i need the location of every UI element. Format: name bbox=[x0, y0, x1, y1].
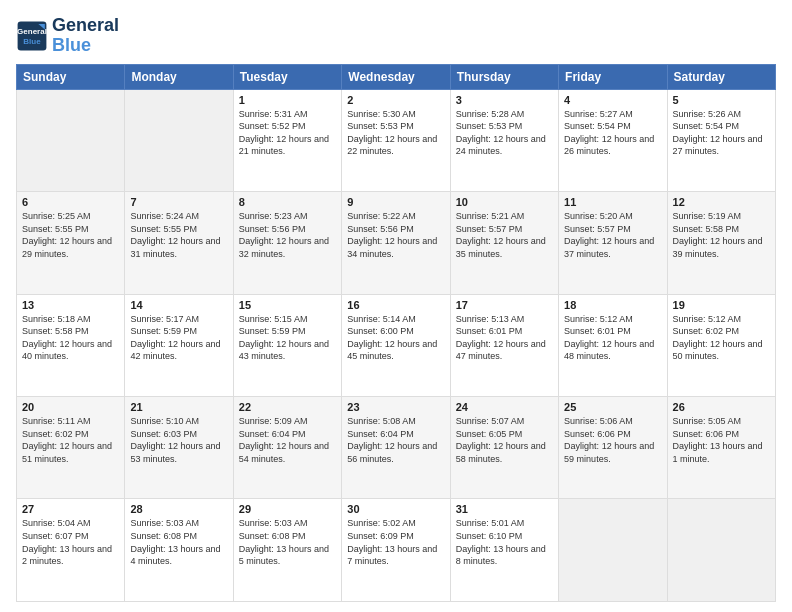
day-info: Sunrise: 5:17 AMSunset: 5:59 PMDaylight:… bbox=[130, 313, 227, 363]
day-number: 5 bbox=[673, 94, 770, 106]
day-number: 14 bbox=[130, 299, 227, 311]
day-info: Sunrise: 5:07 AMSunset: 6:05 PMDaylight:… bbox=[456, 415, 553, 465]
logo: General Blue General Blue bbox=[16, 16, 119, 56]
calendar-day-cell bbox=[667, 499, 775, 602]
calendar-day-cell: 16Sunrise: 5:14 AMSunset: 6:00 PMDayligh… bbox=[342, 294, 450, 396]
weekday-header-cell: Sunday bbox=[17, 64, 125, 89]
day-info: Sunrise: 5:08 AMSunset: 6:04 PMDaylight:… bbox=[347, 415, 444, 465]
day-info: Sunrise: 5:03 AMSunset: 6:08 PMDaylight:… bbox=[130, 517, 227, 567]
day-info: Sunrise: 5:23 AMSunset: 5:56 PMDaylight:… bbox=[239, 210, 336, 260]
day-number: 3 bbox=[456, 94, 553, 106]
day-number: 15 bbox=[239, 299, 336, 311]
day-info: Sunrise: 5:18 AMSunset: 5:58 PMDaylight:… bbox=[22, 313, 119, 363]
calendar-day-cell: 5Sunrise: 5:26 AMSunset: 5:54 PMDaylight… bbox=[667, 89, 775, 191]
day-info: Sunrise: 5:27 AMSunset: 5:54 PMDaylight:… bbox=[564, 108, 661, 158]
calendar-day-cell: 24Sunrise: 5:07 AMSunset: 6:05 PMDayligh… bbox=[450, 397, 558, 499]
calendar-day-cell: 19Sunrise: 5:12 AMSunset: 6:02 PMDayligh… bbox=[667, 294, 775, 396]
weekday-header-cell: Thursday bbox=[450, 64, 558, 89]
calendar-week-row: 20Sunrise: 5:11 AMSunset: 6:02 PMDayligh… bbox=[17, 397, 776, 499]
calendar-table: SundayMondayTuesdayWednesdayThursdayFrid… bbox=[16, 64, 776, 602]
weekday-header-cell: Saturday bbox=[667, 64, 775, 89]
day-info: Sunrise: 5:11 AMSunset: 6:02 PMDaylight:… bbox=[22, 415, 119, 465]
day-number: 13 bbox=[22, 299, 119, 311]
weekday-header-cell: Monday bbox=[125, 64, 233, 89]
calendar-day-cell: 25Sunrise: 5:06 AMSunset: 6:06 PMDayligh… bbox=[559, 397, 667, 499]
calendar-day-cell: 26Sunrise: 5:05 AMSunset: 6:06 PMDayligh… bbox=[667, 397, 775, 499]
day-number: 26 bbox=[673, 401, 770, 413]
day-info: Sunrise: 5:24 AMSunset: 5:55 PMDaylight:… bbox=[130, 210, 227, 260]
day-number: 11 bbox=[564, 196, 661, 208]
calendar-day-cell: 18Sunrise: 5:12 AMSunset: 6:01 PMDayligh… bbox=[559, 294, 667, 396]
calendar-day-cell: 31Sunrise: 5:01 AMSunset: 6:10 PMDayligh… bbox=[450, 499, 558, 602]
day-info: Sunrise: 5:25 AMSunset: 5:55 PMDaylight:… bbox=[22, 210, 119, 260]
calendar-week-row: 27Sunrise: 5:04 AMSunset: 6:07 PMDayligh… bbox=[17, 499, 776, 602]
calendar-day-cell: 28Sunrise: 5:03 AMSunset: 6:08 PMDayligh… bbox=[125, 499, 233, 602]
day-info: Sunrise: 5:21 AMSunset: 5:57 PMDaylight:… bbox=[456, 210, 553, 260]
calendar-day-cell: 13Sunrise: 5:18 AMSunset: 5:58 PMDayligh… bbox=[17, 294, 125, 396]
day-number: 28 bbox=[130, 503, 227, 515]
calendar-day-cell: 27Sunrise: 5:04 AMSunset: 6:07 PMDayligh… bbox=[17, 499, 125, 602]
day-number: 19 bbox=[673, 299, 770, 311]
day-info: Sunrise: 5:13 AMSunset: 6:01 PMDaylight:… bbox=[456, 313, 553, 363]
day-info: Sunrise: 5:09 AMSunset: 6:04 PMDaylight:… bbox=[239, 415, 336, 465]
day-number: 8 bbox=[239, 196, 336, 208]
day-number: 21 bbox=[130, 401, 227, 413]
logo-text: General Blue bbox=[52, 16, 119, 56]
day-info: Sunrise: 5:20 AMSunset: 5:57 PMDaylight:… bbox=[564, 210, 661, 260]
calendar-day-cell: 20Sunrise: 5:11 AMSunset: 6:02 PMDayligh… bbox=[17, 397, 125, 499]
day-info: Sunrise: 5:02 AMSunset: 6:09 PMDaylight:… bbox=[347, 517, 444, 567]
day-number: 23 bbox=[347, 401, 444, 413]
calendar-day-cell: 4Sunrise: 5:27 AMSunset: 5:54 PMDaylight… bbox=[559, 89, 667, 191]
day-info: Sunrise: 5:30 AMSunset: 5:53 PMDaylight:… bbox=[347, 108, 444, 158]
calendar-day-cell: 17Sunrise: 5:13 AMSunset: 6:01 PMDayligh… bbox=[450, 294, 558, 396]
calendar-day-cell: 9Sunrise: 5:22 AMSunset: 5:56 PMDaylight… bbox=[342, 192, 450, 294]
day-info: Sunrise: 5:10 AMSunset: 6:03 PMDaylight:… bbox=[130, 415, 227, 465]
day-number: 4 bbox=[564, 94, 661, 106]
day-number: 31 bbox=[456, 503, 553, 515]
day-number: 9 bbox=[347, 196, 444, 208]
weekday-header-cell: Tuesday bbox=[233, 64, 341, 89]
day-info: Sunrise: 5:14 AMSunset: 6:00 PMDaylight:… bbox=[347, 313, 444, 363]
day-number: 29 bbox=[239, 503, 336, 515]
day-number: 7 bbox=[130, 196, 227, 208]
logo-icon: General Blue bbox=[16, 20, 48, 52]
calendar-day-cell: 30Sunrise: 5:02 AMSunset: 6:09 PMDayligh… bbox=[342, 499, 450, 602]
day-info: Sunrise: 5:03 AMSunset: 6:08 PMDaylight:… bbox=[239, 517, 336, 567]
calendar-day-cell: 15Sunrise: 5:15 AMSunset: 5:59 PMDayligh… bbox=[233, 294, 341, 396]
day-number: 17 bbox=[456, 299, 553, 311]
day-info: Sunrise: 5:05 AMSunset: 6:06 PMDaylight:… bbox=[673, 415, 770, 465]
calendar-day-cell: 11Sunrise: 5:20 AMSunset: 5:57 PMDayligh… bbox=[559, 192, 667, 294]
day-number: 20 bbox=[22, 401, 119, 413]
calendar-body: 1Sunrise: 5:31 AMSunset: 5:52 PMDaylight… bbox=[17, 89, 776, 601]
day-info: Sunrise: 5:26 AMSunset: 5:54 PMDaylight:… bbox=[673, 108, 770, 158]
day-number: 24 bbox=[456, 401, 553, 413]
calendar-week-row: 13Sunrise: 5:18 AMSunset: 5:58 PMDayligh… bbox=[17, 294, 776, 396]
calendar-day-cell: 2Sunrise: 5:30 AMSunset: 5:53 PMDaylight… bbox=[342, 89, 450, 191]
calendar-day-cell bbox=[17, 89, 125, 191]
day-number: 16 bbox=[347, 299, 444, 311]
day-number: 1 bbox=[239, 94, 336, 106]
header: General Blue General Blue bbox=[16, 16, 776, 56]
calendar-day-cell bbox=[559, 499, 667, 602]
calendar-day-cell: 22Sunrise: 5:09 AMSunset: 6:04 PMDayligh… bbox=[233, 397, 341, 499]
svg-text:General: General bbox=[17, 26, 47, 35]
day-number: 6 bbox=[22, 196, 119, 208]
day-number: 2 bbox=[347, 94, 444, 106]
weekday-header-row: SundayMondayTuesdayWednesdayThursdayFrid… bbox=[17, 64, 776, 89]
day-info: Sunrise: 5:31 AMSunset: 5:52 PMDaylight:… bbox=[239, 108, 336, 158]
weekday-header-cell: Wednesday bbox=[342, 64, 450, 89]
day-info: Sunrise: 5:28 AMSunset: 5:53 PMDaylight:… bbox=[456, 108, 553, 158]
calendar-day-cell: 29Sunrise: 5:03 AMSunset: 6:08 PMDayligh… bbox=[233, 499, 341, 602]
calendar-day-cell: 10Sunrise: 5:21 AMSunset: 5:57 PMDayligh… bbox=[450, 192, 558, 294]
day-info: Sunrise: 5:06 AMSunset: 6:06 PMDaylight:… bbox=[564, 415, 661, 465]
day-number: 10 bbox=[456, 196, 553, 208]
calendar-day-cell: 8Sunrise: 5:23 AMSunset: 5:56 PMDaylight… bbox=[233, 192, 341, 294]
day-info: Sunrise: 5:04 AMSunset: 6:07 PMDaylight:… bbox=[22, 517, 119, 567]
calendar-week-row: 6Sunrise: 5:25 AMSunset: 5:55 PMDaylight… bbox=[17, 192, 776, 294]
calendar-day-cell: 1Sunrise: 5:31 AMSunset: 5:52 PMDaylight… bbox=[233, 89, 341, 191]
calendar-day-cell: 12Sunrise: 5:19 AMSunset: 5:58 PMDayligh… bbox=[667, 192, 775, 294]
page: General Blue General Blue SundayMondayTu… bbox=[0, 0, 792, 612]
weekday-header-cell: Friday bbox=[559, 64, 667, 89]
calendar-day-cell: 7Sunrise: 5:24 AMSunset: 5:55 PMDaylight… bbox=[125, 192, 233, 294]
day-number: 22 bbox=[239, 401, 336, 413]
